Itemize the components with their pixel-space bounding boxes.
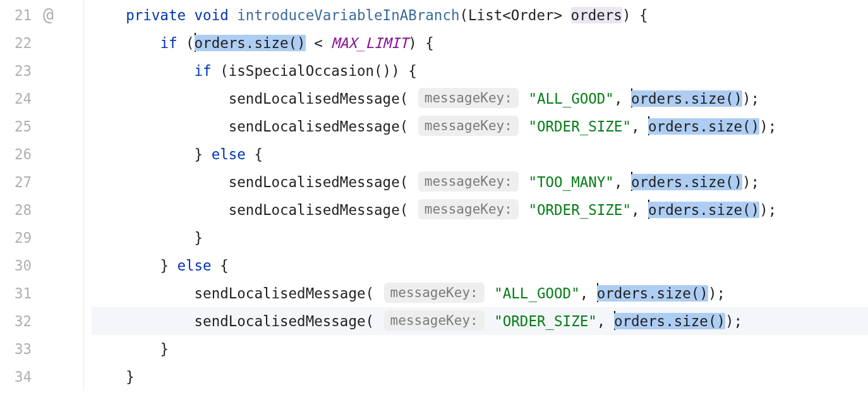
- code-line[interactable]: if (isSpecialOccasion()) {: [92, 57, 868, 85]
- code-line[interactable]: sendLocalisedMessage( messageKey: "ALL_G…: [92, 85, 868, 113]
- code-line[interactable]: sendLocalisedMessage( messageKey: "ALL_G…: [92, 279, 868, 307]
- string-all-good: "ALL_GOOD": [494, 285, 579, 302]
- line-number: 25: [0, 113, 39, 140]
- code-line[interactable]: }: [92, 335, 868, 363]
- keyword-private: private: [126, 7, 186, 23]
- string-too-many: "TOO_MANY": [528, 174, 613, 190]
- code-editor[interactable]: 21 22 23 24 25 26 27 28 29 30 31 32 33 3…: [0, 0, 868, 391]
- call-send-localised-message: sendLocalisedMessage: [229, 118, 400, 135]
- param-orders-usage: orders: [571, 7, 622, 23]
- line-number: 27: [0, 168, 39, 196]
- string-order-size: "ORDER_SIZE": [528, 202, 631, 218]
- line-number: 23: [0, 57, 39, 85]
- constant-max-limit: MAX_LIMIT: [331, 35, 408, 51]
- code-line[interactable]: }: [92, 363, 868, 391]
- inlay-hint-messagekey: messageKey:: [384, 310, 485, 331]
- code-line[interactable]: sendLocalisedMessage( messageKey: "TOO_M…: [92, 168, 868, 196]
- line-number: 34: [0, 363, 39, 391]
- keyword-else: else: [177, 257, 211, 274]
- call-send-localised-message: sendLocalisedMessage: [195, 313, 366, 329]
- selected-expression: orders.size(): [648, 202, 759, 218]
- line-number: 21: [0, 1, 39, 29]
- inlay-hint-messagekey: messageKey:: [418, 88, 519, 108]
- keyword-void: void: [195, 7, 229, 23]
- call-send-localised-message: sendLocalisedMessage: [195, 285, 366, 302]
- line-number: 31: [0, 279, 39, 307]
- type-order: Order: [511, 7, 554, 23]
- code-line[interactable]: sendLocalisedMessage( messageKey: "ORDER…: [92, 113, 868, 140]
- code-line[interactable]: } else {: [92, 140, 868, 168]
- call-send-localised-message: sendLocalisedMessage: [229, 202, 400, 218]
- inlay-hint-messagekey: messageKey:: [418, 171, 519, 192]
- call-send-localised-message: sendLocalisedMessage: [229, 90, 400, 107]
- line-number: 33: [0, 335, 39, 363]
- line-number: 30: [0, 252, 39, 279]
- selected-expression: orders.size(): [195, 35, 306, 51]
- string-all-good: "ALL_GOOD": [528, 90, 613, 107]
- selected-expression: orders.size(): [614, 313, 725, 329]
- line-number: 24: [0, 85, 39, 113]
- call-send-localised-message: sendLocalisedMessage: [229, 174, 400, 190]
- code-line[interactable]: sendLocalisedMessage( messageKey: "ORDER…: [92, 196, 868, 224]
- keyword-if: if: [160, 35, 177, 51]
- keyword-if: if: [195, 63, 212, 79]
- code-area[interactable]: private void introduceVariableInABranch(…: [84, 0, 868, 391]
- inlay-hint-messagekey: messageKey:: [418, 116, 519, 136]
- code-line[interactable]: }: [92, 224, 868, 252]
- override-gutter-icon[interactable]: @: [39, 1, 83, 29]
- code-line[interactable]: } else {: [92, 252, 868, 279]
- selected-expression: orders.size(): [648, 118, 759, 135]
- call-is-special-occasion: isSpecialOccasion(): [229, 63, 391, 79]
- string-order-size: "ORDER_SIZE": [528, 118, 631, 135]
- line-number: 28: [0, 196, 39, 224]
- code-line[interactable]: if (orders.size() < MAX_LIMIT) {: [92, 29, 868, 57]
- gutter-icon-strip: @: [39, 0, 84, 391]
- string-order-size: "ORDER_SIZE": [494, 313, 597, 329]
- selected-expression: orders.size(): [631, 174, 742, 190]
- selected-expression: orders.size(): [597, 285, 708, 302]
- line-number: 29: [0, 224, 39, 252]
- method-name: introduceVariableInABranch: [237, 7, 459, 23]
- inlay-hint-messagekey: messageKey:: [418, 199, 519, 219]
- line-number: 26: [0, 140, 39, 168]
- code-line-current[interactable]: sendLocalisedMessage( messageKey: "ORDER…: [92, 307, 868, 335]
- code-line[interactable]: private void introduceVariableInABranch(…: [92, 1, 868, 29]
- line-number-gutter: 21 22 23 24 25 26 27 28 29 30 31 32 33 3…: [0, 0, 39, 391]
- type-list: List: [468, 7, 502, 23]
- keyword-else: else: [212, 146, 246, 162]
- line-number: 32: [0, 307, 39, 335]
- selected-expression: orders.size(): [631, 90, 742, 107]
- inlay-hint-messagekey: messageKey:: [384, 283, 485, 303]
- line-number: 22: [0, 29, 39, 57]
